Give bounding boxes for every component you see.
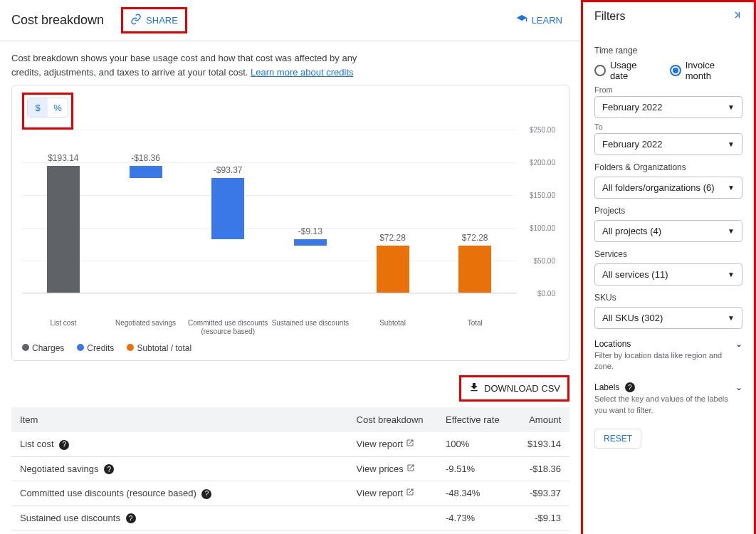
cost-table: Item Cost breakdown Effective rate Amoun…: [11, 407, 569, 534]
col-amount: Amount: [513, 407, 569, 432]
bar-rect: [458, 246, 491, 293]
y-tick-label: $250.00: [530, 126, 555, 134]
chevron-down-icon: ▼: [728, 140, 735, 148]
learn-button[interactable]: LEARN: [509, 9, 569, 31]
table-row: List cost ?View report 100%$193.14: [11, 432, 569, 456]
view-report-link[interactable]: View report: [357, 439, 415, 449]
chevron-down-icon: ▼: [728, 227, 735, 235]
locations-hint: Filter by location data like region and …: [594, 350, 742, 372]
bar-value-label: $193.14: [22, 153, 105, 163]
services-label: Services: [594, 249, 742, 259]
bar-value-label: $72.28: [352, 233, 434, 243]
chevron-down-icon: ▼: [728, 271, 735, 278]
table-row: Sustained use discounts ?-4.73%-$9.13: [11, 506, 569, 530]
chevron-down-icon: ▼: [728, 103, 735, 111]
legend-item: Charges: [22, 343, 64, 353]
external-link-icon: [406, 439, 414, 449]
help-icon[interactable]: ?: [59, 440, 69, 450]
reset-button[interactable]: RESET: [594, 429, 641, 449]
from-label: From: [594, 85, 742, 94]
view-report-link[interactable]: View report: [357, 488, 415, 498]
x-tick-label: Total: [434, 319, 516, 336]
to-label: To: [594, 122, 742, 131]
share-label: SHARE: [146, 15, 178, 26]
radio-usage-date[interactable]: Usage date: [594, 60, 657, 81]
external-link-icon: [406, 488, 414, 498]
description-text: Cost breakdown shows your base usage cos…: [0, 41, 370, 85]
col-breakdown: Cost breakdown: [348, 407, 437, 432]
bar-rect: [130, 166, 162, 178]
table-row: Negotiated savings ?View prices -9.51%-$…: [11, 456, 569, 481]
help-icon[interactable]: ?: [625, 382, 635, 392]
bar-value-label: -$18.36: [105, 153, 187, 163]
download-icon: [468, 382, 480, 395]
learn-label: LEARN: [532, 15, 562, 26]
page-title: Cost breakdown: [11, 13, 104, 28]
services-select[interactable]: All services (11)▼: [594, 263, 742, 286]
table-row: CostView report $193.14: [11, 530, 569, 535]
link-icon: [130, 14, 142, 27]
skus-select[interactable]: All SKUs (302)▼: [594, 307, 742, 329]
labels-expand[interactable]: Labels ? ⌄: [594, 382, 742, 393]
view-report-link[interactable]: View prices: [357, 464, 415, 474]
col-item: Item: [11, 407, 348, 432]
download-label: DOWNLOAD CSV: [484, 383, 560, 394]
y-tick-label: $0.00: [537, 290, 555, 298]
bar-rect: [377, 246, 409, 293]
y-tick-label: $50.00: [533, 257, 555, 265]
x-tick-label: Sustained use discounts: [269, 319, 352, 336]
help-icon[interactable]: ?: [104, 464, 114, 474]
x-tick-label: Negotiated savings: [105, 319, 187, 336]
chevron-down-icon: ▼: [728, 184, 735, 192]
external-link-icon: [406, 464, 415, 474]
col-rate: Effective rate: [437, 407, 513, 432]
filters-panel: Filters Time range Usage date Invoice mo…: [581, 0, 756, 534]
bar-value-label: -$9.13: [269, 226, 352, 236]
download-csv-button[interactable]: DOWNLOAD CSV: [461, 377, 567, 399]
y-tick-label: $100.00: [530, 224, 555, 232]
chart-plot: $0.00$50.00$100.00$150.00$200.00$250.00$…: [22, 130, 559, 315]
bar-value-label: -$93.37: [187, 165, 269, 175]
help-icon[interactable]: ?: [126, 513, 136, 523]
legend-item: Credits: [77, 343, 114, 353]
graduation-cap-icon: [516, 14, 527, 27]
legend-item: Subtotal / total: [127, 343, 191, 353]
projects-label: Projects: [594, 206, 742, 216]
toggle-dollar[interactable]: $: [28, 98, 48, 117]
skus-label: SKUs: [594, 293, 742, 303]
y-tick-label: $150.00: [530, 192, 555, 199]
chevron-down-icon: ▼: [728, 314, 735, 322]
folders-label: Folders & Organizations: [594, 162, 742, 172]
share-button[interactable]: SHARE: [123, 9, 185, 31]
chevron-down-icon: ⌄: [735, 339, 742, 349]
x-tick-label: List cost: [22, 319, 105, 336]
labels-hint: Select the key and values of the labels …: [594, 394, 742, 416]
chart-legend: ChargesCreditsSubtotal / total: [22, 343, 559, 353]
learn-more-link[interactable]: Learn more about credits: [251, 67, 354, 78]
filters-title: Filters: [594, 10, 626, 23]
help-icon[interactable]: ?: [201, 489, 211, 499]
bar-rect: [47, 166, 80, 293]
bar-rect: [294, 239, 327, 245]
to-select[interactable]: February 2022▼: [594, 133, 742, 155]
y-tick-label: $200.00: [530, 159, 555, 167]
from-select[interactable]: February 2022▼: [594, 96, 742, 118]
projects-select[interactable]: All projects (4)▼: [594, 220, 742, 242]
unit-toggle: $ %: [27, 98, 68, 117]
page-header: Cost breakdown SHARE LEARN: [0, 0, 581, 41]
x-tick-label: Committed use discounts (resource based): [187, 319, 269, 336]
chevron-down-icon: ⌄: [735, 382, 742, 392]
time-range-label: Time range: [594, 46, 742, 56]
chart-container: $ % $0.00$50.00$100.00$150.00$200.00$250…: [11, 85, 569, 361]
bar-value-label: $72.28: [434, 233, 516, 243]
folders-select[interactable]: All folders/organizations (6)▼: [594, 177, 742, 199]
bar-rect: [211, 178, 244, 239]
table-row: Committed use discounts (resource based)…: [11, 481, 569, 506]
x-tick-label: Subtotal: [352, 319, 434, 336]
toggle-percent[interactable]: %: [48, 98, 68, 117]
radio-invoice-month[interactable]: Invoice month: [670, 60, 742, 81]
collapse-panel-icon[interactable]: [731, 9, 742, 23]
locations-expand[interactable]: Locations ⌄: [594, 339, 742, 349]
